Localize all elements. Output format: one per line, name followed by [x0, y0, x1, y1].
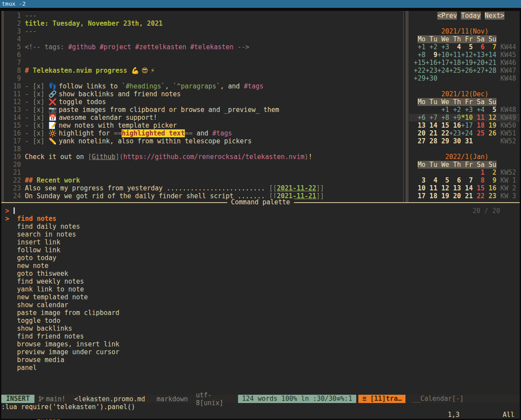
editor-line[interactable]: 20 — [1, 161, 402, 169]
command-line[interactable]: :lua require('telekasten').panel() — [1, 403, 135, 411]
calendar-date[interactable]: 7 — [485, 43, 497, 51]
calendar-date[interactable]: 22 — [437, 129, 449, 137]
calendar-date[interactable]: *10 — [461, 114, 473, 122]
palette-item[interactable]: find friend notes — [5, 332, 406, 340]
calendar-date[interactable]: 30 — [449, 137, 461, 145]
calendar-date[interactable]: +10 — [437, 51, 449, 59]
calendar-date[interactable]: +13 — [473, 51, 484, 59]
palette-item[interactable]: new templated note — [5, 293, 406, 301]
palette-item[interactable]: > find notes — [5, 215, 406, 223]
palette-item[interactable]: paste image from clipboard — [5, 309, 406, 317]
calendar-date[interactable]: 18 — [426, 192, 437, 200]
calendar-date[interactable]: 14 — [426, 122, 437, 129]
palette-item[interactable]: search in notes — [5, 230, 406, 238]
editor-line[interactable]: 8# Telekasten.nvim progress 💪 😎 ⚡ — [1, 67, 402, 75]
calendar-date[interactable]: +3 — [461, 106, 473, 114]
calendar-date[interactable]: 19 — [485, 122, 497, 129]
editor-line[interactable]: 1--- — [1, 12, 402, 20]
calendar-date[interactable]: +2 — [449, 106, 461, 114]
calendar-date[interactable]: +23 — [426, 67, 437, 75]
calendar-date[interactable]: 27 — [414, 137, 426, 145]
palette-item[interactable]: preview image under cursor — [5, 348, 406, 356]
editor-line[interactable]: 21 — [1, 169, 402, 176]
calendar-date[interactable]: 21 — [461, 192, 473, 200]
calendar-date[interactable]: 25 — [473, 129, 484, 137]
calendar-date[interactable]: 20 — [414, 129, 426, 137]
editor-line[interactable]: 2title: Tuesday, November 23th, 2021 — [1, 20, 402, 27]
calendar-date[interactable]: +30 — [426, 75, 437, 82]
calendar-date[interactable]: 12 — [485, 114, 497, 122]
calendar-date[interactable]: +7 — [426, 114, 437, 122]
calendar-date[interactable]: 11 — [473, 114, 484, 122]
calendar-date[interactable]: +2 — [426, 43, 437, 51]
calendar-today-button[interactable]: Today — [461, 12, 480, 20]
calendar-date[interactable]: 4 — [449, 43, 461, 51]
calendar-date[interactable]: 21 — [426, 129, 437, 137]
calendar-date[interactable]: 20 — [449, 192, 461, 200]
palette-prompt[interactable]: > — [1, 207, 520, 215]
editor-line[interactable]: 22## Recent work — [1, 176, 402, 184]
calendar-date[interactable]: +3 — [437, 43, 449, 51]
calendar-date[interactable]: +17 — [437, 59, 449, 67]
calendar-date[interactable]: +12 — [461, 51, 473, 59]
editor-line[interactable]: 24On Sunday we got rid of the daily find… — [1, 192, 402, 200]
calendar-date[interactable]: 26 — [485, 129, 497, 137]
calendar-date[interactable]: 14 — [461, 184, 473, 192]
calendar-date[interactable]: 13 — [414, 122, 426, 129]
calendar-date[interactable]: 13 — [449, 184, 461, 192]
calendar-date[interactable]: +4 — [473, 106, 484, 114]
calendar-date[interactable]: +26 — [461, 67, 473, 75]
calendar-date[interactable]: 19 — [437, 192, 449, 200]
calendar-date[interactable]: +22 — [414, 67, 426, 75]
calendar-date[interactable]: 11 — [426, 184, 437, 192]
calendar-date[interactable]: 10 — [414, 184, 426, 192]
calendar-date[interactable]: 8 — [473, 176, 484, 184]
editor-line[interactable]: 17- [x] ✏️ yank notelink, also from with… — [1, 137, 402, 145]
editor-line[interactable]: 5<!-- tags: #github #project #zettelkast… — [1, 43, 402, 51]
editor-line[interactable]: 19Check it out on [Github](https://githu… — [1, 153, 402, 161]
calendar-date[interactable]: +27 — [473, 67, 484, 75]
calendar-date[interactable]: +1 — [437, 106, 449, 114]
calendar-date[interactable]: +15 — [414, 59, 426, 67]
editor-line[interactable]: 9 — [1, 75, 402, 82]
calendar-date[interactable]: 1 — [473, 169, 484, 176]
editor-line[interactable]: 10- [x] 👣 follow links to `#headings`, `… — [1, 82, 402, 90]
calendar-date[interactable]: +29 — [414, 75, 426, 82]
calendar-date[interactable]: 6 — [473, 43, 484, 51]
calendar-date[interactable]: +9 — [449, 114, 461, 122]
calendar-date[interactable]: +19 — [461, 59, 473, 67]
editor-line[interactable]: 13- [x] 📷 paste images from clipboard or… — [1, 106, 402, 114]
calendar-date[interactable]: 15 — [473, 184, 484, 192]
calendar-date[interactable]: 7 — [461, 176, 473, 184]
editor-line[interactable]: 6 — [1, 51, 402, 59]
palette-item[interactable]: panel — [5, 364, 406, 372]
calendar-date[interactable]: +25 — [449, 67, 461, 75]
calendar-next-button[interactable]: Next> — [485, 12, 504, 20]
calendar-date[interactable]: +1 — [414, 43, 426, 51]
calendar-date[interactable]: 4 — [426, 176, 437, 184]
calendar-date[interactable]: 18 — [473, 122, 484, 129]
calendar-date[interactable]: +23 — [449, 129, 461, 137]
calendar-date[interactable]: 5 — [461, 43, 473, 51]
calendar-date[interactable]: +24 — [437, 67, 449, 75]
calendar-date[interactable]: +8 — [414, 51, 426, 59]
calendar-date[interactable]: +18 — [449, 59, 461, 67]
calendar-date[interactable]: +24 — [461, 129, 473, 137]
calendar-date[interactable]: 22 — [473, 192, 484, 200]
palette-item[interactable]: yank link to note — [5, 285, 406, 293]
calendar-date[interactable]: +8 — [437, 114, 449, 122]
calendar-date[interactable]: 31 — [461, 137, 473, 145]
calendar-date[interactable]: 16 — [449, 122, 461, 129]
calendar-date[interactable]: 29 — [437, 137, 449, 145]
editor-line[interactable]: 4 — [1, 35, 402, 43]
calendar-date[interactable]: +14 — [485, 51, 497, 59]
calendar-date[interactable]: 12 — [437, 184, 449, 192]
editor-line[interactable]: 18 — [1, 145, 402, 153]
palette-item[interactable]: browse media — [5, 356, 406, 364]
calendar-date[interactable]: 17 — [414, 192, 426, 200]
editor-line[interactable]: 14- [x] 📅 awesome calendar support! — [1, 114, 402, 122]
editor-line[interactable]: 16- [x] 🔆 highlight for ==highlighted te… — [1, 129, 402, 137]
calendar-date[interactable]: 2 — [485, 169, 497, 176]
calendar-prev-button[interactable]: <Prev — [437, 12, 457, 20]
editor-line[interactable]: 23Also see my progress from yesterday ..… — [1, 184, 402, 192]
